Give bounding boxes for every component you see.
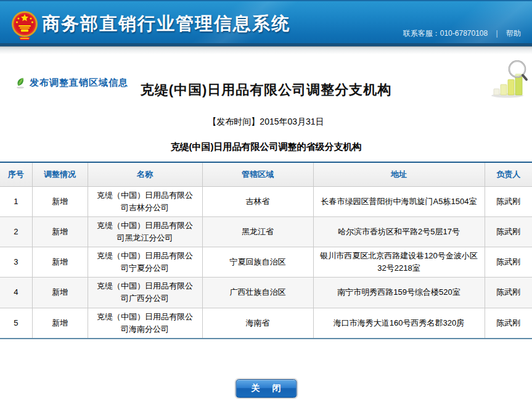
page-title: 克缇(中国)日用品有限公司调整分支机构 — [0, 81, 532, 99]
table-row: 2 新增 克缇（中国）日用品有限公司黑龙江分公司 黑龙江省 哈尔滨市香坊区和平路… — [0, 216, 532, 247]
table-row: 1 新增 克缇（中国）日用品有限公司吉林分公司 吉林省 长春市绿园区普阳街中海凯… — [0, 186, 532, 216]
cell-index: 4 — [0, 278, 32, 308]
cell-address: 长春市绿园区普阳街中海凯旋门A5栋1504室 — [313, 186, 485, 216]
cell-manager: 陈武刚 — [485, 308, 532, 339]
col-header-address: 地址 — [313, 162, 485, 186]
cell-manager: 陈武刚 — [485, 216, 532, 247]
cell-manager: 陈武刚 — [485, 186, 532, 216]
cell-name: 克缇（中国）日用品有限公司宁夏分公司 — [88, 247, 202, 278]
table-row: 3 新增 克缇（中国）日用品有限公司宁夏分公司 宁夏回族自治区 银川市西夏区北京… — [0, 247, 532, 278]
cell-change: 新增 — [32, 308, 88, 339]
app-title: 商务部直销行业管理信息系统 — [42, 12, 290, 36]
cell-name: 克缇（中国）日用品有限公司吉林分公司 — [88, 186, 202, 216]
help-link[interactable]: 帮助 — [506, 29, 521, 38]
cell-change: 新增 — [32, 216, 88, 247]
banner-contact-bar: 联系客服：010-67870108 | 帮助 — [403, 28, 521, 39]
cell-index: 3 — [0, 247, 32, 278]
page: 商务部直销行业管理信息系统 联系客服：010-67870108 | 帮助 发布调… — [0, 0, 532, 399]
close-button[interactable]: 关 闭 — [235, 379, 297, 398]
cell-change: 新增 — [32, 247, 88, 278]
banner-shadow — [0, 46, 532, 54]
cell-address: 南宁市明秀西路159号综合楼520室 — [313, 278, 485, 308]
col-header-index: 序号 — [0, 162, 32, 186]
table-header-row: 序号 调整情况 名称 管辖区域 地址 负责人 — [0, 162, 532, 186]
cell-name: 克缇（中国）日用品有限公司黑龙江分公司 — [88, 216, 202, 247]
table-row: 4 新增 克缇（中国）日用品有限公司广西分公司 广西壮族自治区 南宁市明秀西路1… — [0, 278, 532, 308]
table-row: 5 新增 克缇（中国）日用品有限公司海南分公司 海南省 海口市海秀大道160号西… — [0, 308, 532, 339]
col-header-change: 调整情况 — [32, 162, 88, 186]
banner-bottom-strip — [0, 43, 532, 46]
cell-index: 5 — [0, 308, 32, 339]
cell-address: 银川市西夏区北京西路建设巷120号金波小区32号2218室 — [313, 247, 485, 278]
cell-index: 2 — [0, 216, 32, 247]
col-header-manager: 负责人 — [485, 162, 532, 186]
cell-region: 广西壮族自治区 — [202, 278, 313, 308]
branches-table: 序号 调整情况 名称 管辖区域 地址 负责人 1 新增 克缇（中国）日用品有限公… — [0, 162, 532, 339]
cell-region: 海南省 — [202, 308, 313, 339]
cell-region: 黑龙江省 — [202, 216, 313, 247]
table-title: 克缇(中国)日用品有限公司调整的省级分支机构 — [0, 141, 532, 153]
contact-phone-label: 联系客服：010-67870108 — [403, 29, 488, 38]
national-emblem-icon — [10, 9, 39, 41]
col-header-region: 管辖区域 — [202, 162, 313, 186]
col-header-name: 名称 — [88, 162, 202, 186]
cell-address: 哈尔滨市香坊区和平路2号5层17号 — [313, 216, 485, 247]
contact-separator: | — [496, 29, 498, 38]
publish-date: 【发布时间】2015年03月31日 — [0, 117, 532, 128]
cell-name: 克缇（中国）日用品有限公司海南分公司 — [88, 308, 202, 339]
cell-change: 新增 — [32, 186, 88, 216]
cell-address: 海口市海秀大道160号西秀名郡320房 — [313, 308, 485, 339]
cell-index: 1 — [0, 186, 32, 216]
cell-manager: 陈武刚 — [485, 278, 532, 308]
cell-name: 克缇（中国）日用品有限公司广西分公司 — [88, 278, 202, 308]
app-banner: 商务部直销行业管理信息系统 联系客服：010-67870108 | 帮助 — [0, 0, 532, 46]
cell-region: 宁夏回族自治区 — [202, 247, 313, 278]
cell-region: 吉林省 — [202, 186, 313, 216]
cell-change: 新增 — [32, 278, 88, 308]
cell-manager: 陈武刚 — [485, 247, 532, 278]
